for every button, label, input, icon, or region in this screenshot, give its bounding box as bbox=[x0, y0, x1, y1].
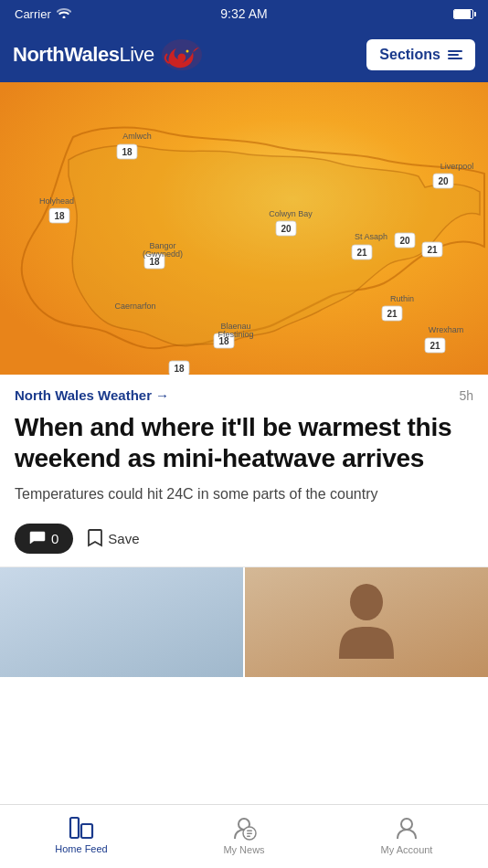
article-category[interactable]: North Wales Weather → bbox=[15, 387, 169, 403]
status-left: Carrier bbox=[15, 7, 71, 21]
article-section: North Wales Weather → 5h When and where … bbox=[0, 375, 488, 567]
nav-my-account[interactable]: My Account bbox=[325, 805, 488, 868]
category-arrow: → bbox=[155, 387, 169, 403]
person-thumbnail-icon bbox=[330, 577, 403, 668]
category-label: North Wales Weather bbox=[15, 387, 152, 403]
weather-map-svg: 18 18 18 20 21 20 21 20 18 bbox=[0, 82, 488, 375]
status-bar: Carrier 9:32 AM bbox=[0, 0, 488, 27]
svg-text:20: 20 bbox=[281, 224, 292, 234]
article-subtitle: Temperatures could hit 24C in some parts… bbox=[15, 484, 473, 504]
comments-button[interactable]: 0 bbox=[15, 524, 73, 554]
svg-text:21: 21 bbox=[427, 245, 438, 255]
article-meta: North Wales Weather → 5h bbox=[15, 387, 473, 403]
thumbnail-row[interactable] bbox=[0, 567, 488, 677]
svg-text:Ffestiniog: Ffestiniog bbox=[217, 330, 253, 339]
svg-text:Liverpool: Liverpool bbox=[440, 162, 474, 171]
app-header: NorthWalesLive Sections bbox=[0, 27, 488, 82]
article-actions: 0 Save bbox=[15, 524, 473, 554]
dragon-logo-icon bbox=[160, 37, 204, 72]
bookmark-icon bbox=[88, 529, 102, 547]
svg-text:18: 18 bbox=[54, 211, 65, 221]
sections-label: Sections bbox=[379, 47, 440, 63]
svg-point-65 bbox=[401, 819, 412, 830]
thumbnail-left[interactable] bbox=[0, 567, 243, 677]
logo-light: Live bbox=[119, 43, 154, 66]
my-account-icon bbox=[394, 815, 419, 841]
svg-text:Wrexham: Wrexham bbox=[429, 325, 463, 334]
svg-text:21: 21 bbox=[387, 309, 398, 319]
svg-text:Ruthin: Ruthin bbox=[390, 294, 414, 303]
article-time: 5h bbox=[459, 388, 473, 403]
carrier-label: Carrier bbox=[15, 7, 51, 21]
home-feed-icon bbox=[69, 816, 94, 840]
svg-text:21: 21 bbox=[356, 248, 367, 258]
sections-menu-icon bbox=[448, 50, 462, 59]
svg-point-1 bbox=[186, 50, 188, 53]
save-label: Save bbox=[108, 531, 139, 546]
status-right bbox=[453, 9, 473, 19]
nav-my-news-label: My News bbox=[223, 844, 264, 855]
nav-home-feed-label: Home Feed bbox=[55, 843, 107, 854]
main-content: 18 18 18 20 21 20 21 20 18 bbox=[0, 82, 488, 804]
svg-rect-63 bbox=[247, 832, 252, 834]
svg-text:18: 18 bbox=[174, 364, 185, 374]
svg-text:20: 20 bbox=[399, 236, 410, 246]
svg-text:Amlwch: Amlwch bbox=[122, 132, 152, 141]
wifi-icon bbox=[57, 7, 71, 21]
svg-rect-58 bbox=[70, 818, 79, 838]
logo-bold: NorthWales bbox=[13, 43, 119, 66]
nav-my-news[interactable]: My News bbox=[163, 805, 325, 868]
nav-my-account-label: My Account bbox=[381, 844, 433, 855]
article-title: When and where it'll be warmest this wee… bbox=[15, 412, 473, 473]
sections-button[interactable]: Sections bbox=[366, 39, 475, 70]
logo-text: NorthWalesLive bbox=[13, 43, 154, 67]
svg-text:(Gwynedd): (Gwynedd) bbox=[143, 249, 183, 259]
logo-area: NorthWalesLive bbox=[13, 37, 204, 72]
comments-count: 0 bbox=[51, 531, 58, 546]
thumbnail-right[interactable] bbox=[245, 567, 488, 677]
svg-text:Caernarfon: Caernarfon bbox=[114, 302, 155, 311]
svg-text:20: 20 bbox=[438, 176, 449, 186]
save-button[interactable]: Save bbox=[88, 529, 139, 547]
svg-text:Colwyn Bay: Colwyn Bay bbox=[269, 209, 313, 218]
status-time: 9:32 AM bbox=[220, 6, 267, 21]
svg-text:18: 18 bbox=[122, 147, 133, 157]
comments-icon bbox=[29, 531, 46, 545]
svg-rect-59 bbox=[81, 824, 92, 838]
nav-home-feed[interactable]: Home Feed bbox=[0, 805, 163, 868]
svg-point-57 bbox=[350, 584, 383, 620]
bottom-nav: Home Feed My News My Account bbox=[0, 804, 488, 868]
svg-text:Holyhead: Holyhead bbox=[39, 196, 74, 206]
svg-text:St Asaph: St Asaph bbox=[355, 232, 387, 241]
battery-icon bbox=[453, 9, 473, 19]
svg-rect-64 bbox=[247, 835, 250, 837]
my-news-icon bbox=[231, 815, 257, 841]
svg-rect-62 bbox=[247, 830, 252, 831]
svg-text:21: 21 bbox=[430, 341, 440, 351]
weather-map[interactable]: 18 18 18 20 21 20 21 20 18 bbox=[0, 82, 488, 375]
